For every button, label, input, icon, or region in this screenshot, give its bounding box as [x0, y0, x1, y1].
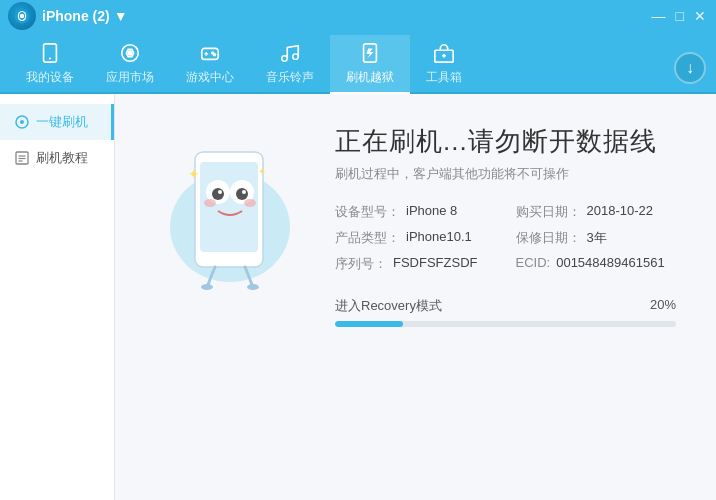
svg-point-34 [201, 284, 213, 290]
app-logo [8, 2, 36, 30]
app-market-icon [118, 41, 142, 65]
flash-icon [358, 41, 382, 65]
serial-number-row: 序列号： FSDFSFZSDF [335, 255, 496, 273]
phone-illustration: ✦ ✦ [155, 124, 305, 294]
serial-number-label: 序列号： [335, 255, 387, 273]
svg-text:✦: ✦ [188, 166, 200, 182]
progress-bar-background [335, 321, 676, 327]
svg-point-3 [49, 57, 51, 59]
toolbox-icon [432, 41, 456, 65]
titlebar: iPhone (2) ▼ — □ ✕ [0, 0, 716, 32]
svg-text:✦: ✦ [258, 166, 266, 177]
svg-point-9 [282, 56, 288, 62]
nav-item-my-device[interactable]: 我的设备 [10, 35, 90, 94]
my-device-icon [38, 41, 62, 65]
svg-point-28 [218, 190, 222, 194]
ecid-value: 001548489461561 [556, 255, 664, 273]
restore-button[interactable]: □ [674, 8, 686, 24]
svg-point-16 [20, 120, 24, 124]
svg-rect-23 [200, 162, 258, 252]
device-model-row: 设备型号： iPhone 8 [335, 203, 496, 221]
nav-item-flash[interactable]: 刷机越狱 [330, 35, 410, 94]
warranty-date-value: 3年 [587, 229, 607, 247]
product-type-value: iPhone10.1 [406, 229, 472, 247]
ecid-row: ECID: 001548489461561 [516, 255, 677, 273]
progress-bar-fill [335, 321, 403, 327]
device-info-section: 正在刷机...请勿断开数据线 刷机过程中，客户端其他功能将不可操作 设备型号： … [335, 124, 676, 327]
close-button[interactable]: ✕ [692, 8, 708, 24]
progress-percent: 20% [650, 297, 676, 315]
svg-point-30 [204, 199, 216, 207]
flash-tutorial-label: 刷机教程 [36, 149, 88, 167]
purchase-date-value: 2018-10-22 [587, 203, 654, 221]
minimize-button[interactable]: — [650, 8, 668, 24]
sidebar-item-one-click-flash[interactable]: 一键刷机 [0, 104, 114, 140]
phone-svg: ✦ ✦ [160, 127, 300, 292]
nav-item-game-center[interactable]: 游戏中心 [170, 35, 250, 94]
device-dropdown-caret: ▼ [114, 8, 128, 24]
nav-item-app-market[interactable]: 应用市场 [90, 35, 170, 94]
purchase-date-row: 购买日期： 2018-10-22 [516, 203, 677, 221]
logo-icon [13, 7, 31, 25]
device-model-value: iPhone 8 [406, 203, 457, 221]
ecid-label: ECID: [516, 255, 551, 273]
device-name-display[interactable]: iPhone (2) ▼ [42, 8, 128, 24]
one-click-flash-icon [14, 114, 30, 130]
progress-section: 进入Recovery模式 20% [335, 297, 676, 327]
svg-point-26 [212, 188, 224, 200]
svg-point-1 [20, 14, 25, 19]
content-area: ✦ ✦ 正在刷机...请勿断开数据线 刷机过程中，客户端其他功能将不可操作 设备… [115, 94, 716, 500]
progress-header: 进入Recovery模式 20% [335, 297, 676, 315]
serial-number-value: FSDFSFZSDF [393, 255, 478, 273]
svg-point-8 [214, 54, 216, 56]
svg-point-29 [242, 190, 246, 194]
purchase-date-label: 购买日期： [516, 203, 581, 221]
product-type-row: 产品类型： iPhone10.1 [335, 229, 496, 247]
warranty-date-label: 保修日期： [516, 229, 581, 247]
navbar: 我的设备 应用市场 游戏中心 [0, 32, 716, 94]
device-name-text: iPhone (2) [42, 8, 110, 24]
status-subtitle: 刷机过程中，客户端其他功能将不可操作 [335, 165, 676, 183]
nav-my-device-label: 我的设备 [26, 69, 74, 86]
svg-point-27 [236, 188, 248, 200]
svg-point-10 [293, 54, 299, 59]
status-title: 正在刷机...请勿断开数据线 [335, 124, 676, 159]
progress-label: 进入Recovery模式 [335, 297, 442, 315]
window-controls: — □ ✕ [650, 8, 708, 24]
device-model-label: 设备型号： [335, 203, 400, 221]
svg-point-5 [128, 51, 132, 55]
download-button[interactable]: ↓ [674, 52, 706, 84]
flash-tutorial-icon [14, 150, 30, 166]
download-icon: ↓ [686, 59, 694, 77]
sidebar: 一键刷机 刷机教程 [0, 94, 115, 500]
device-info-grid: 设备型号： iPhone 8 购买日期： 2018-10-22 产品类型： iP… [335, 203, 676, 273]
one-click-flash-label: 一键刷机 [36, 113, 88, 131]
warranty-date-row: 保修日期： 3年 [516, 229, 677, 247]
nav-app-market-label: 应用市场 [106, 69, 154, 86]
main-area: 一键刷机 刷机教程 [0, 94, 716, 500]
nav-toolbox-label: 工具箱 [426, 69, 462, 86]
nav-item-music[interactable]: 音乐铃声 [250, 35, 330, 94]
nav-flash-label: 刷机越狱 [346, 69, 394, 86]
flash-status-container: ✦ ✦ 正在刷机...请勿断开数据线 刷机过程中，客户端其他功能将不可操作 设备… [155, 124, 676, 327]
sidebar-item-flash-tutorial[interactable]: 刷机教程 [0, 140, 114, 176]
nav-item-toolbox[interactable]: 工具箱 [410, 35, 478, 94]
nav-music-label: 音乐铃声 [266, 69, 314, 86]
game-center-icon [198, 41, 222, 65]
music-icon [278, 41, 302, 65]
nav-game-center-label: 游戏中心 [186, 69, 234, 86]
svg-point-35 [247, 284, 259, 290]
svg-point-31 [244, 199, 256, 207]
product-type-label: 产品类型： [335, 229, 400, 247]
